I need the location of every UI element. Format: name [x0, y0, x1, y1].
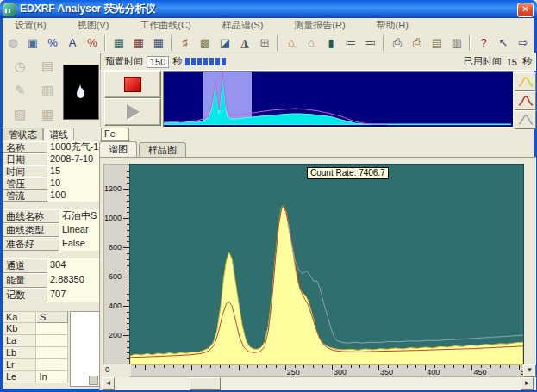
menu-item-3[interactable]: 样品谱(S) [222, 19, 264, 32]
menu-item-5[interactable]: 帮助(H) [377, 19, 409, 32]
horizontal-scroll-thumb[interactable] [190, 377, 221, 390]
close-button[interactable]: ✕ [517, 3, 534, 17]
prop-value: 304 [47, 258, 99, 273]
chart-icon[interactable]: ◪ [215, 34, 234, 52]
x-tick [164, 365, 165, 368]
prop-value: 707 [47, 288, 99, 302]
x-tick [303, 365, 304, 368]
progress-segment [215, 58, 220, 65]
prop-label: 名称 [3, 141, 47, 153]
menu-item-0[interactable]: 设置(B) [15, 19, 47, 32]
preset-time-label: 预置时间 [105, 55, 143, 68]
network-icon[interactable]: ◍ [3, 34, 22, 52]
left-tab-strip: 管状态谱线 [3, 128, 99, 140]
preset-time-unit: 秒 [172, 55, 182, 68]
line-value [36, 359, 68, 371]
print-icon[interactable]: ⎙ [388, 34, 407, 52]
x-tick-label: 350 [380, 368, 393, 376]
spectrum-plot[interactable]: Count Rate: 7406.7 [129, 164, 524, 365]
menu-item-4[interactable]: 测量报告(R) [294, 19, 345, 32]
prop-value: Linear [59, 223, 99, 237]
x-tick [247, 365, 248, 368]
x-tick [322, 365, 323, 368]
help-book-icon[interactable]: ? [474, 34, 493, 52]
curve-edit-icon[interactable]: ▦ [149, 34, 168, 52]
element-header: S [36, 311, 68, 323]
x-tick [359, 365, 360, 368]
prop-value: 100 [47, 190, 99, 202]
print-setup-icon[interactable]: ⎙ [408, 34, 427, 52]
stop-button[interactable] [104, 71, 161, 98]
acquisition-preview[interactable] [163, 71, 514, 128]
line-label: Lb [3, 347, 36, 359]
filter-icon[interactable]: ▥ [37, 80, 58, 101]
x-tick [351, 365, 352, 368]
curve-new-icon[interactable]: ▦ [109, 34, 128, 52]
scroll-left-button[interactable]: ◄ [102, 377, 115, 390]
stop-icon [124, 77, 141, 92]
peaks-icon[interactable]: ◮ [235, 34, 254, 52]
document-icon[interactable]: ▧ [9, 104, 30, 125]
progress-segment [191, 58, 196, 65]
home-alt-icon[interactable]: ⌂ [302, 34, 321, 52]
line-value [36, 323, 68, 335]
start-button[interactable] [104, 98, 161, 126]
chart-tab-0[interactable]: 谱图 [99, 141, 137, 157]
percent-red-icon[interactable]: % [83, 34, 102, 52]
count-rate-tooltip: Count Rate: 7406.7 [307, 167, 389, 179]
play-icon [127, 104, 140, 120]
curve-delete-icon[interactable]: ▦ [129, 34, 148, 52]
window-title: EDXRF Analyser 荧光分析仪 [20, 2, 156, 16]
clock-icon[interactable]: ◷ [9, 56, 30, 77]
calibrate-icon[interactable]: A [63, 34, 82, 52]
stamp-icon[interactable]: ✎ [9, 80, 30, 101]
element-list-panel[interactable] [70, 311, 100, 387]
x-tick [191, 365, 192, 370]
y-tick-label: 600 [109, 272, 122, 281]
list-icon[interactable]: ≔ [341, 34, 360, 52]
x-tick-label: 300 [334, 368, 347, 376]
calculator-icon[interactable]: ▥ [447, 34, 466, 52]
spectrum-chart [130, 165, 523, 364]
toolbar-separator [104, 35, 106, 51]
grid-icon[interactable]: ♯ [176, 34, 195, 52]
toolbar-separator [383, 35, 384, 51]
left-tab-0[interactable]: 管状态 [3, 128, 43, 140]
title-bar[interactable]: EDXRF Analyser 荧光分析仪 ✕ [0, 0, 537, 18]
show-spectrum-button[interactable] [515, 72, 536, 91]
detector-icon[interactable]: ▦ [37, 104, 58, 125]
preset-time-value[interactable]: 150 [147, 56, 169, 68]
tube-status-icon[interactable]: ▤ [37, 56, 58, 77]
scroll-down-button[interactable]: ▼ [523, 364, 536, 377]
exit-icon[interactable]: ⇨ [514, 34, 533, 52]
home-icon[interactable]: ⌂ [282, 34, 301, 52]
x-tick [425, 365, 426, 370]
form-icon[interactable]: ⊞ [255, 34, 274, 52]
prop-label: 曲线名称 [3, 209, 59, 223]
library-icon[interactable]: ▮ [322, 34, 340, 52]
show-reference-button[interactable] [515, 91, 536, 110]
prop-value: 石油中S [59, 209, 99, 223]
x-tick [210, 365, 211, 368]
region-icon[interactable]: ▩ [196, 34, 215, 52]
menu-item-2[interactable]: 工作曲线(C) [140, 19, 190, 32]
prop-value: False [59, 237, 99, 251]
menu-item-1[interactable]: 视图(V) [78, 19, 109, 32]
chart-tab-1[interactable]: 样品图 [139, 142, 186, 157]
show-overlay-button[interactable] [515, 110, 536, 129]
percent-blue-icon[interactable]: % [43, 34, 62, 52]
x-tick [471, 365, 472, 370]
context-help-icon[interactable]: ↖ [494, 34, 513, 52]
print-preview-icon[interactable]: ▤ [428, 34, 446, 52]
image-icon[interactable]: ▣ [23, 34, 42, 52]
list-alt-icon[interactable]: ≕ [361, 34, 380, 52]
current-element-badge[interactable]: Fe [101, 128, 129, 141]
horizontal-scrollbar[interactable]: ◄ ► [102, 377, 534, 389]
left-tab-1[interactable]: 谱线 [43, 128, 74, 140]
element-list-scroll-thumb[interactable] [89, 376, 98, 385]
spectrum-property-grid: 名称1000充气-1日期2008-7-10时间15管压10管流100曲线名称石油… [3, 141, 99, 302]
line-row: Lr [3, 359, 68, 371]
x-tick [509, 365, 510, 368]
scroll-right-button[interactable]: ► [521, 377, 534, 390]
app-icon [3, 3, 16, 16]
